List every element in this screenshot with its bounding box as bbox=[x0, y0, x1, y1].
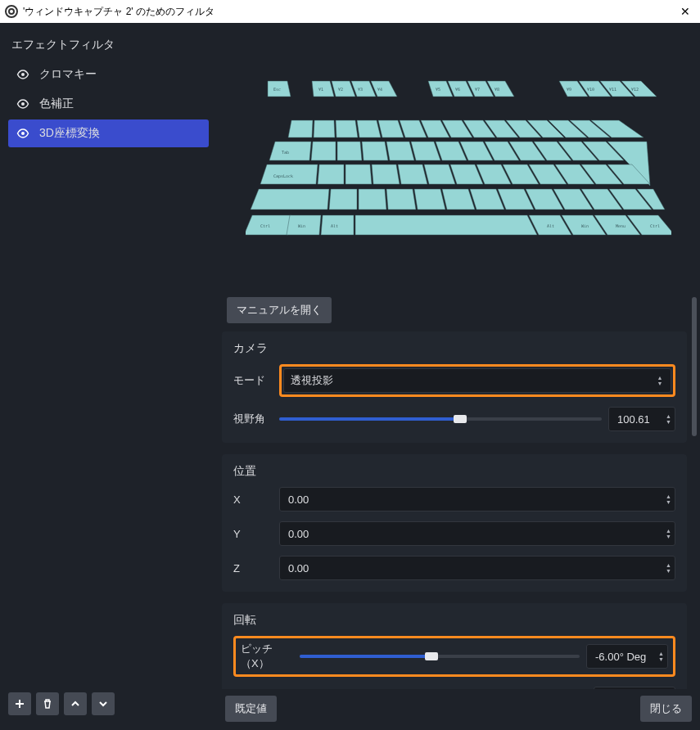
position-section: 位置 X 0.00 ▲▼ Y bbox=[222, 454, 687, 592]
svg-marker-34 bbox=[362, 142, 388, 160]
svg-text:Ctrl: Ctrl bbox=[260, 223, 270, 228]
open-manual-button[interactable]: マニュアルを開く bbox=[227, 297, 332, 323]
select-stepper-icon: ▲▼ bbox=[656, 376, 664, 386]
svg-text:¥4: ¥4 bbox=[377, 87, 382, 92]
number-stepper-icon[interactable]: ▲▼ bbox=[666, 529, 671, 539]
svg-text:¥5: ¥5 bbox=[436, 87, 440, 92]
svg-marker-49 bbox=[398, 164, 427, 184]
svg-marker-60 bbox=[359, 189, 386, 210]
svg-marker-47 bbox=[345, 164, 372, 184]
svg-text:¥7: ¥7 bbox=[475, 87, 480, 92]
close-icon[interactable]: ✕ bbox=[675, 5, 695, 18]
scrollbar[interactable] bbox=[692, 297, 697, 681]
pitch-slider[interactable] bbox=[300, 649, 580, 664]
svg-text:Alt: Alt bbox=[331, 223, 338, 228]
filter-item-label: 色補正 bbox=[39, 97, 74, 111]
svg-text:¥1: ¥1 bbox=[318, 87, 323, 92]
preview-keyboard: Esc ¥1¥2¥3¥4 ¥5¥6¥7¥8 ¥9¥10¥11¥12 Tab Ca… bbox=[246, 74, 671, 238]
section-title-camera: カメラ bbox=[233, 341, 675, 356]
pos-z-input[interactable]: 0.00 ▲▼ bbox=[279, 556, 675, 580]
fov-value[interactable]: 100.61 ▲▼ bbox=[608, 407, 675, 431]
svg-marker-17 bbox=[314, 120, 335, 137]
svg-marker-62 bbox=[414, 189, 445, 210]
mode-label: モード bbox=[233, 373, 279, 388]
content: Esc ¥1¥2¥3¥4 ¥5¥6¥7¥8 ¥9¥10¥11¥12 Tab Ca… bbox=[217, 23, 700, 730]
filter-item-3dtransform[interactable]: 3D座標変換 bbox=[8, 119, 209, 147]
svg-marker-63 bbox=[442, 189, 475, 210]
move-up-button[interactable] bbox=[64, 692, 87, 715]
svg-marker-36 bbox=[411, 142, 440, 160]
title-bar: 'ウィンドウキャプチャ 2' のためのフィルタ ✕ bbox=[0, 0, 700, 23]
properties-panel: マニュアルを開く カメラ モード 透視投影 ▲▼ 視 bbox=[217, 289, 700, 689]
eye-icon[interactable] bbox=[16, 68, 29, 81]
svg-marker-20 bbox=[378, 120, 404, 137]
mode-select[interactable]: 透視投影 ▲▼ bbox=[283, 368, 671, 393]
number-stepper-icon[interactable]: ▲▼ bbox=[666, 494, 671, 505]
sidebar-buttons bbox=[8, 689, 209, 720]
number-stepper-icon[interactable]: ▲▼ bbox=[658, 651, 664, 662]
scrollbar-thumb[interactable] bbox=[692, 297, 697, 436]
delete-filter-button[interactable] bbox=[36, 692, 59, 715]
section-title-position: 位置 bbox=[233, 464, 675, 479]
svg-marker-18 bbox=[336, 120, 358, 137]
svg-text:¥9: ¥9 bbox=[567, 87, 571, 92]
svg-marker-19 bbox=[357, 120, 381, 137]
close-button[interactable]: 閉じる bbox=[640, 696, 692, 722]
svg-point-0 bbox=[21, 73, 25, 76]
svg-text:CapsLock: CapsLock bbox=[273, 173, 293, 179]
svg-text:Menu: Menu bbox=[616, 223, 625, 228]
fov-slider[interactable] bbox=[279, 412, 602, 426]
sidebar: エフェクトフィルタ クロマキー 色補正 3D座標変換 bbox=[0, 23, 217, 730]
fov-label: 視野角 bbox=[233, 412, 279, 426]
pitch-value[interactable]: -6.00° Deg ▲▼ bbox=[586, 644, 668, 669]
camera-section: カメラ モード 透視投影 ▲▼ 視野角 bbox=[222, 331, 687, 443]
svg-marker-5 bbox=[332, 81, 355, 97]
svg-marker-31 bbox=[269, 142, 311, 160]
move-down-button[interactable] bbox=[92, 692, 115, 715]
add-filter-button[interactable] bbox=[8, 692, 31, 715]
svg-text:¥10: ¥10 bbox=[587, 87, 594, 92]
pos-y-input[interactable]: 0.00 ▲▼ bbox=[279, 521, 675, 546]
rotation-section: 回転 ピッチ（X） -6.00° Deg ▲ bbox=[222, 603, 687, 689]
filter-item-label: 3D座標変換 bbox=[39, 126, 100, 141]
svg-text:Ctrl: Ctrl bbox=[650, 223, 660, 228]
svg-marker-58 bbox=[251, 189, 329, 210]
svg-text:¥11: ¥11 bbox=[609, 87, 616, 92]
svg-point-1 bbox=[21, 102, 25, 106]
yaw-value[interactable]: 0.00° Deg ▲▼ bbox=[594, 687, 675, 689]
svg-text:Esc: Esc bbox=[273, 87, 281, 92]
filter-item-chromakey[interactable]: クロマキー bbox=[8, 61, 209, 88]
mode-highlight: 透視投影 ▲▼ bbox=[279, 364, 675, 397]
eye-icon[interactable] bbox=[16, 97, 29, 110]
section-title-rotation: 回転 bbox=[233, 613, 675, 628]
defaults-button[interactable]: 既定値 bbox=[225, 696, 277, 722]
svg-text:¥8: ¥8 bbox=[495, 87, 499, 92]
svg-marker-16 bbox=[288, 120, 313, 137]
svg-marker-35 bbox=[386, 142, 414, 160]
filter-item-colorcorrect[interactable]: 色補正 bbox=[8, 90, 209, 118]
pos-x-input[interactable]: 0.00 ▲▼ bbox=[279, 487, 675, 511]
bottom-bar: 既定値 閉じる bbox=[217, 689, 700, 730]
eye-icon[interactable] bbox=[16, 127, 29, 140]
svg-marker-32 bbox=[311, 142, 336, 160]
filter-item-label: クロマキー bbox=[39, 67, 97, 82]
preview-area: Esc ¥1¥2¥3¥4 ¥5¥6¥7¥8 ¥9¥10¥11¥12 Tab Ca… bbox=[217, 23, 700, 289]
filter-list: クロマキー 色補正 3D座標変換 bbox=[8, 61, 209, 689]
app-icon bbox=[5, 5, 18, 18]
svg-text:Win: Win bbox=[581, 223, 589, 228]
svg-text:¥6: ¥6 bbox=[455, 87, 460, 92]
svg-marker-59 bbox=[329, 189, 357, 210]
svg-point-2 bbox=[21, 132, 25, 135]
svg-text:¥12: ¥12 bbox=[631, 87, 639, 92]
sidebar-title: エフェクトフィルタ bbox=[11, 38, 205, 52]
number-stepper-icon[interactable]: ▲▼ bbox=[666, 563, 671, 574]
svg-marker-48 bbox=[372, 164, 400, 184]
svg-marker-74 bbox=[355, 215, 537, 235]
svg-marker-46 bbox=[318, 164, 344, 184]
svg-marker-61 bbox=[386, 189, 416, 210]
pos-x-label: X bbox=[233, 493, 279, 506]
number-stepper-icon[interactable]: ▲▼ bbox=[666, 414, 671, 425]
svg-text:Tab: Tab bbox=[282, 150, 289, 155]
svg-text:Alt: Alt bbox=[547, 223, 554, 228]
pos-z-label: Z bbox=[233, 562, 279, 575]
